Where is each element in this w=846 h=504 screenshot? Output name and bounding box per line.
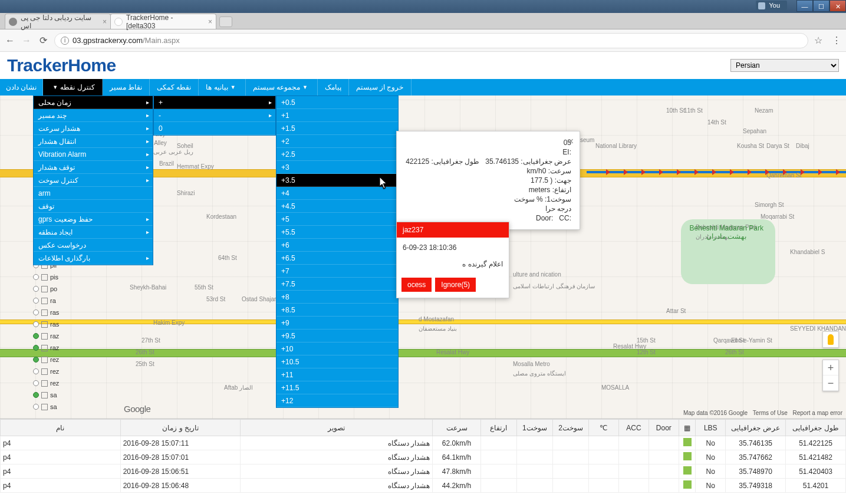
toolbar-button[interactable]: مجموعه سیستم▼ <box>246 79 318 95</box>
reload-icon[interactable]: ⟳ <box>38 35 48 46</box>
menu-item[interactable]: 0 <box>154 122 275 135</box>
image-icon[interactable] <box>683 480 692 489</box>
profile-badge[interactable]: You <box>756 1 787 10</box>
tree-item[interactable]: pis <box>33 271 67 283</box>
tree-item[interactable]: ras <box>33 318 67 330</box>
language-select[interactable]: Persian <box>730 59 839 72</box>
tree-item[interactable]: raz <box>33 330 67 342</box>
column-header[interactable]: LBS <box>696 420 726 436</box>
image-icon[interactable] <box>683 452 692 460</box>
menu-item[interactable]: gprs حفظ وضعیت▸ <box>34 213 153 226</box>
report-error-link[interactable]: Report a map error <box>793 410 842 416</box>
bookmark-icon[interactable]: ☆ <box>814 35 822 46</box>
menu-item[interactable]: +6 <box>276 239 398 252</box>
menu-item[interactable]: arm <box>34 187 153 200</box>
toolbar-button[interactable]: پیامک <box>318 79 349 95</box>
menu-item[interactable]: +4.5 <box>276 200 398 213</box>
menu-item[interactable]: درخواست عکس <box>34 239 153 252</box>
menu-item[interactable]: ایجاد منطقه▸ <box>34 226 153 239</box>
close-icon[interactable]: × <box>103 18 107 26</box>
zoom-in-button[interactable]: + <box>823 360 838 375</box>
table-row[interactable]: p42016-09-28 15:06:51هشدار دستگاه47.8km/… <box>1 465 846 479</box>
menu-item[interactable]: +2.5 <box>276 148 398 161</box>
new-tab-button[interactable] <box>219 17 232 27</box>
table-row[interactable]: p42016-09-28 15:07:01هشدار دستگاه64.1km/… <box>1 450 846 465</box>
toolbar-button[interactable]: بیانیه ها▼ <box>199 79 245 95</box>
toolbar-button[interactable]: نقاط مسیر <box>103 79 150 95</box>
table-row[interactable]: p42016-09-28 15:07:11هشدار دستگاه62.0km/… <box>1 436 846 450</box>
menu-item[interactable]: +7 <box>276 265 398 278</box>
column-header[interactable]: سرعت <box>433 420 480 436</box>
menu-item[interactable]: توقف <box>34 200 153 213</box>
back-icon[interactable]: ← <box>5 35 15 46</box>
tree-item[interactable]: ras <box>33 307 67 318</box>
site-info-icon[interactable]: i <box>61 37 69 45</box>
column-header[interactable]: ارتفاع <box>480 420 516 436</box>
menu-item[interactable]: +8 <box>276 291 398 304</box>
window-minimize[interactable]: — <box>796 0 813 12</box>
menu-item[interactable]: +10 <box>276 342 398 355</box>
column-header[interactable]: طول جغرافیایی <box>786 420 846 436</box>
menu-item[interactable]: +12 <box>276 394 398 407</box>
menu-item[interactable]: +8.5 <box>276 304 398 317</box>
column-header[interactable]: سوخت2 <box>552 420 588 436</box>
table-row[interactable]: p42016-09-28 15:06:48هشدار دستگاه44.2km/… <box>1 479 846 493</box>
menu-item[interactable]: +1 <box>276 109 398 122</box>
menu-item[interactable]: هشدار سرعت▸ <box>34 122 153 135</box>
tree-item[interactable]: rez <box>33 354 67 365</box>
menu-item[interactable]: توقف هشدار▸ <box>34 161 153 174</box>
tree-item[interactable]: sa <box>33 389 67 401</box>
browser-tab[interactable]: TrackerHome - [delta303× <box>110 14 216 29</box>
column-header[interactable]: تصویر <box>241 420 433 436</box>
zoom-out-button[interactable]: − <box>823 375 838 391</box>
browser-tab[interactable]: سایت ردیابی دلتا جی پی اس× <box>5 14 111 29</box>
menu-item[interactable]: +4 <box>276 187 398 200</box>
window-close[interactable]: ✕ <box>829 0 846 12</box>
menu-item[interactable]: -▸ <box>154 109 275 122</box>
tree-item[interactable]: sa <box>33 401 67 413</box>
toolbar-button[interactable]: خروج از سیستم <box>349 79 412 95</box>
checkbox[interactable] <box>41 380 48 387</box>
checkbox[interactable] <box>41 321 48 328</box>
column-header[interactable]: ℃ <box>589 420 619 436</box>
image-icon[interactable] <box>683 466 692 475</box>
tree-item[interactable]: ra <box>33 295 67 307</box>
window-maximize[interactable]: ☐ <box>813 0 829 12</box>
menu-item[interactable]: +6.5 <box>276 252 398 265</box>
menu-item[interactable]: انتقال هشدار▸ <box>34 135 153 148</box>
column-header[interactable]: تاریخ و زمان <box>120 420 241 436</box>
toolbar-button[interactable]: نقطه کمکی <box>150 79 199 95</box>
terms-link[interactable]: Terms of Use <box>753 410 788 416</box>
menu-item[interactable]: +9.5 <box>276 330 398 342</box>
process-button[interactable]: ocess <box>401 278 432 292</box>
menu-item[interactable]: +5.5 <box>276 226 398 239</box>
url-input[interactable]: i 03.gpstrackerxy.com/Main.aspx <box>54 33 808 48</box>
menu-item[interactable]: کنترل سوخت▸ <box>34 174 153 187</box>
menu-item[interactable]: زمان محلی▸ <box>34 96 153 109</box>
streetview-pegman[interactable] <box>822 331 839 348</box>
tree-item[interactable]: rez <box>33 377 67 389</box>
tree-item[interactable]: rez <box>33 365 67 377</box>
menu-item[interactable]: +11 <box>276 368 398 381</box>
toolbar-button[interactable]: ▼کنترل نقطه <box>43 79 102 95</box>
menu-item[interactable]: +0.5 <box>276 96 398 109</box>
menu-item[interactable]: Vibration Alarm▸ <box>34 148 153 161</box>
tree-item[interactable]: raz <box>33 342 67 354</box>
column-header[interactable]: عرض جغرافیایی <box>726 420 786 436</box>
checkbox[interactable] <box>41 286 48 292</box>
checkbox[interactable] <box>41 333 48 340</box>
menu-item[interactable]: +7.5 <box>276 278 398 291</box>
checkbox[interactable] <box>41 368 48 375</box>
column-header[interactable]: ACC <box>618 420 649 436</box>
browser-menu-icon[interactable]: ⋮ <box>832 35 841 46</box>
ignore-button[interactable]: Ignore(5) <box>435 278 476 292</box>
checkbox[interactable] <box>41 298 48 304</box>
menu-item[interactable]: +5 <box>276 213 398 226</box>
menu-item[interactable]: +2 <box>276 135 398 148</box>
image-icon[interactable] <box>683 438 692 446</box>
menu-item[interactable]: +▸ <box>154 96 275 109</box>
menu-item[interactable]: چند مسیر▸ <box>34 109 153 122</box>
column-header[interactable]: ▦ <box>679 420 696 436</box>
menu-item[interactable]: بارگذاری اطلاعات▸ <box>34 252 153 265</box>
checkbox[interactable] <box>41 274 48 281</box>
